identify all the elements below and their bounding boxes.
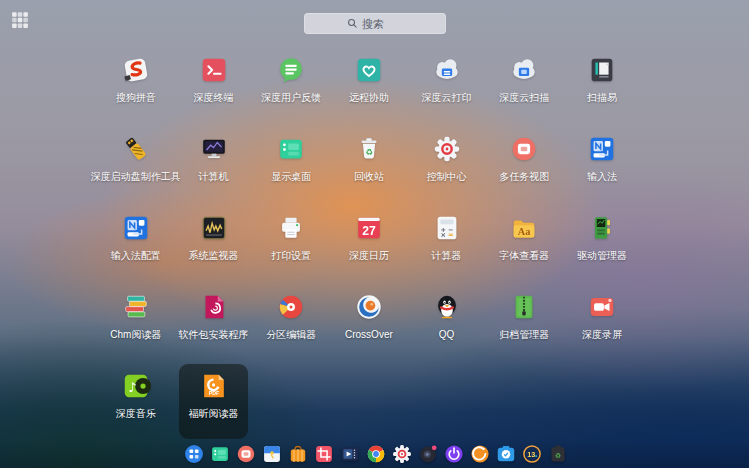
search-input[interactable] <box>362 18 402 30</box>
app-label: 深度云打印 <box>422 92 472 103</box>
app-label: 驱动管理器 <box>577 250 627 261</box>
app-qq[interactable]: QQ <box>408 284 486 363</box>
app-deepin-cloud-print[interactable]: 深度云打印 <box>408 47 486 126</box>
app-label: 深度录屏 <box>582 329 622 340</box>
app-label: QQ <box>439 329 455 340</box>
app-label: 系统监视器 <box>189 250 239 261</box>
dock-item-movie-player[interactable] <box>339 443 361 465</box>
svg-text:13: 13 <box>527 450 535 459</box>
app-scan-easy[interactable]: 扫描易 <box>563 47 641 126</box>
app-label: 软件包安装程序 <box>179 329 249 340</box>
dock-item-multitasking-view[interactable] <box>235 443 257 465</box>
chm-reader-icon <box>121 292 151 322</box>
app-multitasking-view[interactable]: 多任务视图 <box>485 126 563 205</box>
clock-icon: 13 <box>521 443 543 465</box>
deepin-terminal-icon <box>199 55 229 85</box>
archive-manager-icon <box>509 292 539 322</box>
crossover-icon <box>354 292 384 322</box>
app-font-viewer[interactable]: Aa 字体查看器 <box>485 205 563 284</box>
trash-icon: ♻ <box>354 134 384 164</box>
dock-item-shutdown[interactable] <box>443 443 465 465</box>
app-input-method-config[interactable]: 输入法配置 <box>97 205 175 284</box>
app-deepin-calendar[interactable]: 27 深度日历 <box>330 205 408 284</box>
font-viewer-icon: Aa <box>509 213 539 243</box>
app-label: 福昕阅读器 <box>189 408 239 419</box>
app-label: 深度用户反馈 <box>261 92 321 103</box>
deepin-music-icon: ♪ <box>121 371 151 401</box>
control-center-icon <box>391 443 413 465</box>
deepin-feedback-icon <box>276 55 306 85</box>
app-partition-editor[interactable]: 分区编辑器 <box>252 284 330 363</box>
app-label: 打印设置 <box>271 250 311 261</box>
foxit-reader-icon: PDF <box>199 371 229 401</box>
dock-item-launcher[interactable] <box>183 443 205 465</box>
downloader-icon <box>469 443 491 465</box>
dock-item-show-desktop[interactable] <box>209 443 231 465</box>
app-archive-manager[interactable]: 归档管理器 <box>485 284 563 363</box>
app-print-settings[interactable]: 打印设置 <box>252 205 330 284</box>
app-label: 分区编辑器 <box>266 329 316 340</box>
svg-text:♻: ♻ <box>365 147 373 157</box>
partition-editor-icon <box>276 292 306 322</box>
app-label: 远程协助 <box>349 92 389 103</box>
app-trash[interactable]: ♻ 回收站 <box>330 126 408 205</box>
file-manager-icon <box>261 443 283 465</box>
view-mode-toggle-icon[interactable] <box>11 11 29 29</box>
dock-item-trash[interactable]: ♻ <box>547 443 569 465</box>
remote-assistance-icon <box>354 55 384 85</box>
app-deepin-feedback[interactable]: 深度用户反馈 <box>252 47 330 126</box>
app-crossover[interactable]: CrossOver <box>330 284 408 363</box>
svg-text:27: 27 <box>362 224 376 238</box>
app-deepin-boot-maker[interactable]: 深度启动盘制作工具 <box>97 126 175 205</box>
control-center-icon <box>432 134 462 164</box>
app-label: 深度终端 <box>194 92 234 103</box>
app-deepin-terminal[interactable]: 深度终端 <box>175 47 253 126</box>
system-monitor-icon <box>199 213 229 243</box>
app-label: 搜狗拼音 <box>116 92 156 103</box>
app-store-icon <box>287 443 309 465</box>
app-remote-assistance[interactable]: 远程协助 <box>330 47 408 126</box>
computer-icon <box>199 134 229 164</box>
dock-item-chrome[interactable] <box>365 443 387 465</box>
app-label: Chm阅读器 <box>110 329 161 340</box>
app-deepin-music[interactable]: ♪ 深度音乐 <box>97 363 175 442</box>
app-label: 计算机 <box>199 171 229 182</box>
app-package-installer[interactable]: 软件包安装程序 <box>175 284 253 363</box>
app-label: CrossOver <box>345 329 393 340</box>
app-foxit-reader[interactable]: PDF 福昕阅读器 <box>175 363 253 442</box>
app-control-center[interactable]: 控制中心 <box>408 126 486 205</box>
camera-icon <box>417 443 439 465</box>
app-driver-manager[interactable]: 驱动管理器 <box>563 205 641 284</box>
app-show-desktop[interactable]: 显示桌面 <box>252 126 330 205</box>
dock-item-app-store[interactable] <box>287 443 309 465</box>
dock-item-clock[interactable]: 13 <box>521 443 543 465</box>
dock-item-file-manager[interactable] <box>261 443 283 465</box>
app-label: 输入法 <box>587 171 617 182</box>
app-label: 深度音乐 <box>116 408 156 419</box>
app-sogou-pinyin[interactable]: 搜狗拼音 <box>97 47 175 126</box>
app-chm-reader[interactable]: Chm阅读器 <box>97 284 175 363</box>
dock: 13♻ <box>183 442 569 466</box>
app-calculator[interactable]: +−×= 计算器 <box>408 205 486 284</box>
dock-item-control-center[interactable] <box>391 443 413 465</box>
dock-item-camera[interactable] <box>417 443 439 465</box>
search-icon <box>347 18 358 29</box>
shutdown-icon <box>443 443 465 465</box>
dock-item-image-editor[interactable] <box>313 443 335 465</box>
app-deepin-screen-recorder[interactable]: 深度录屏 <box>563 284 641 363</box>
app-label: 回收站 <box>354 171 384 182</box>
app-system-monitor[interactable]: 系统监视器 <box>175 205 253 284</box>
input-method-icon <box>587 134 617 164</box>
search-bar[interactable] <box>304 13 446 34</box>
app-label: 字体查看器 <box>499 250 549 261</box>
app-label: 深度云扫描 <box>499 92 549 103</box>
app-computer[interactable]: 计算机 <box>175 126 253 205</box>
dock-item-screenshot[interactable] <box>495 443 517 465</box>
app-deepin-cloud-scan[interactable]: 深度云扫描 <box>485 47 563 126</box>
image-editor-icon <box>313 443 335 465</box>
app-input-method[interactable]: 输入法 <box>563 126 641 205</box>
dock-item-downloader[interactable] <box>469 443 491 465</box>
calculator-icon: +−×= <box>432 213 462 243</box>
dock-launcher-icon <box>183 443 205 465</box>
scan-easy-icon <box>587 55 617 85</box>
